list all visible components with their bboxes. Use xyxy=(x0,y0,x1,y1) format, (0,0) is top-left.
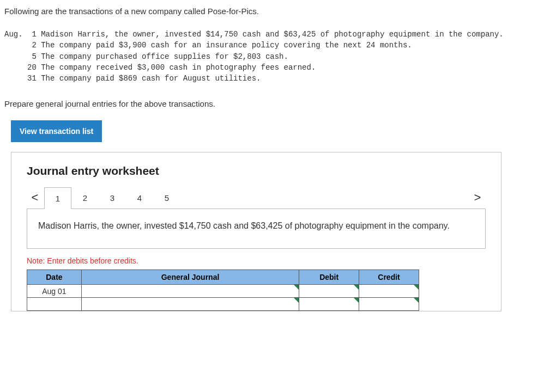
col-header-debit: Debit xyxy=(299,270,359,285)
general-journal-cell[interactable] xyxy=(81,285,299,298)
entry-tab-1[interactable]: 1 xyxy=(44,187,71,209)
col-header-date: Date xyxy=(27,270,82,285)
view-transaction-list-button[interactable]: View transaction list xyxy=(11,120,102,142)
entry-tab-5[interactable]: 5 xyxy=(153,187,180,209)
table-row xyxy=(27,298,419,311)
transaction-list-block: Aug. 1 Madison Harris, the owner, invest… xyxy=(4,29,534,84)
col-header-general-journal: General Journal xyxy=(81,270,299,285)
journal-entry-table: Date General Journal Debit Credit Aug 01 xyxy=(27,270,419,311)
debit-cell[interactable] xyxy=(299,285,359,298)
next-entry-arrow[interactable]: > xyxy=(469,187,486,209)
intro-text: Following are the transactions of a new … xyxy=(4,7,534,16)
general-journal-cell[interactable] xyxy=(81,298,299,311)
date-cell[interactable]: Aug 01 xyxy=(27,285,82,298)
prepare-instruction: Prepare general journal entries for the … xyxy=(4,99,534,108)
journal-worksheet-panel: Journal entry worksheet < 12345 > Madiso… xyxy=(11,152,501,311)
table-row: Aug 01 xyxy=(27,285,419,298)
entry-tab-2[interactable]: 2 xyxy=(71,187,99,209)
debits-before-credits-note: Note: Enter debits before credits. xyxy=(27,256,486,265)
worksheet-title: Journal entry worksheet xyxy=(27,164,486,177)
debit-cell[interactable] xyxy=(299,298,359,311)
col-header-credit: Credit xyxy=(359,270,419,285)
entry-tab-row: < 12345 > xyxy=(27,185,486,209)
credit-cell[interactable] xyxy=(359,285,419,298)
date-cell[interactable] xyxy=(27,298,82,311)
prev-entry-arrow[interactable]: < xyxy=(27,187,43,209)
entry-tab-3[interactable]: 3 xyxy=(99,187,126,209)
entry-description-box: Madison Harris, the owner, invested $14,… xyxy=(27,209,486,249)
credit-cell[interactable] xyxy=(359,298,419,311)
entry-tab-4[interactable]: 4 xyxy=(126,187,153,209)
